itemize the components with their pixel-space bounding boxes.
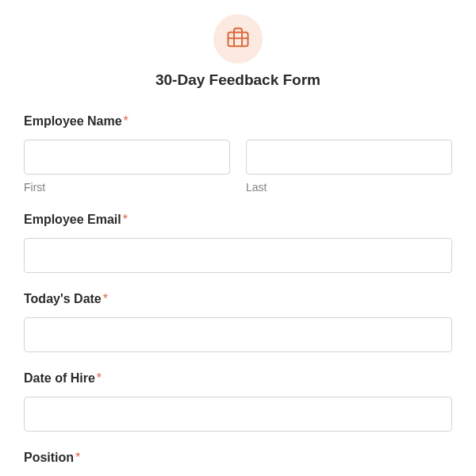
form-title: 30-Day Feedback Form xyxy=(24,71,452,89)
last-name-col: Last xyxy=(246,140,452,194)
todays-date-label: Today's Date* xyxy=(24,292,452,306)
required-marker: * xyxy=(97,371,102,385)
employee-email-field: Employee Email* xyxy=(24,213,452,273)
required-marker: * xyxy=(123,213,128,226)
last-name-input[interactable] xyxy=(246,140,452,175)
date-of-hire-label: Date of Hire* xyxy=(24,371,452,386)
name-input-row: First Last xyxy=(24,140,452,194)
briefcase-icon xyxy=(226,25,250,52)
date-of-hire-label-text: Date of Hire xyxy=(24,371,95,385)
employee-email-label: Employee Email* xyxy=(24,213,452,227)
employee-name-label: Employee Name* xyxy=(24,114,452,129)
todays-date-label-text: Today's Date xyxy=(24,292,102,305)
svg-rect-0 xyxy=(228,33,248,47)
todays-date-field: Today's Date* xyxy=(24,292,452,352)
last-name-sublabel: Last xyxy=(246,181,452,194)
required-marker: * xyxy=(103,292,108,305)
form-icon-container xyxy=(213,14,263,63)
position-label-text: Position xyxy=(24,451,74,464)
required-marker: * xyxy=(124,114,129,128)
date-of-hire-field: Date of Hire* xyxy=(24,371,452,432)
position-label: Position* xyxy=(24,451,452,465)
required-marker: * xyxy=(75,451,80,464)
first-name-sublabel: First xyxy=(24,181,230,194)
first-name-col: First xyxy=(24,140,230,194)
position-field: Position* xyxy=(24,451,452,465)
todays-date-input[interactable] xyxy=(24,317,452,352)
employee-email-label-text: Employee Email xyxy=(24,213,121,226)
employee-name-field: Employee Name* First Last xyxy=(24,114,452,194)
employee-email-input[interactable] xyxy=(24,238,452,273)
employee-name-label-text: Employee Name xyxy=(24,114,122,128)
first-name-input[interactable] xyxy=(24,140,230,175)
date-of-hire-input[interactable] xyxy=(24,397,452,432)
